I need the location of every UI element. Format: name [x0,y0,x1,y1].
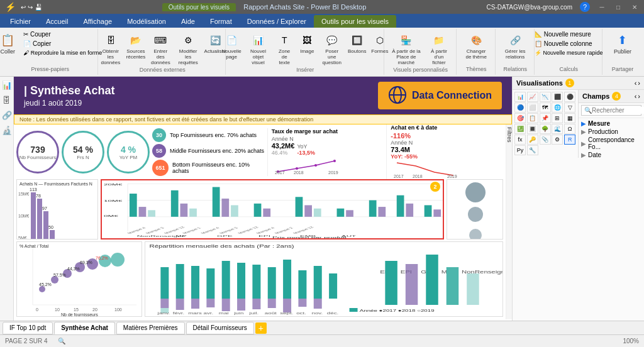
svg-point-5 [314,164,317,167]
viz-icon-kpi[interactable]: 💹 [514,124,526,134]
from-marketplace-button[interactable]: 🏪 À partir de laPlace de marché [389,30,424,67]
viz-icon-custom2[interactable]: ⚙ [552,135,563,145]
kpi-yoy-pm[interactable]: 4 % YoY PM [107,131,150,174]
report-body: 739 Nb Fournisseurs 54 % Frs N 4 % YoY P… [14,124,512,319]
champs-expand-icon[interactable]: ‹ [635,92,637,100]
new-page-button[interactable]: 📄 Nouvellepage [220,30,243,62]
buttons-button[interactable]: 🔲 Boutons [346,30,368,56]
svg-text:Nb de fournisseurs: Nb de fournisseurs [61,312,98,317]
viz-icon-ribbon[interactable]: ⬛ [552,92,563,102]
top-suppliers[interactable]: 30 Top Fournisseurs enc. 70% achats [152,128,265,142]
viz-icon-custom1[interactable]: 📎 [540,135,551,145]
tab-outils-visuels[interactable]: Outils pour les visuels [314,15,396,28]
cut-button[interactable]: ✂ Couper [21,30,104,38]
viz-icon-r[interactable]: R [564,135,575,145]
viz-icon-decomp[interactable]: Ω [564,124,575,134]
field-item-mesure[interactable]: ▶Mesure [579,119,644,128]
new-quick-measure-button[interactable]: ⚡ Nouvelle mesure rapide [533,49,605,57]
viz-expand-icon[interactable]: ‹ [635,79,637,87]
tab-synthese-achat[interactable]: Synthèse Achat [54,322,115,334]
sidebar-icon-analytics[interactable]: 🔬 [1,124,13,136]
viz-icon-key[interactable]: 🔑 [527,135,538,145]
svg-text:Marque 3: Marque 3 [145,227,166,234]
change-theme-button[interactable]: 🎨 Changerde thème [463,30,489,62]
viz-icon-multirow[interactable]: 📌 [540,113,551,123]
bar-chart-marque[interactable]: Achats N — Fournisseurs Facturés N 15M€ … [16,179,98,240]
manage-relations-button[interactable]: 🔗 Gérer lesrelations [502,30,528,62]
viz-icon-area[interactable]: 📉 [540,92,551,102]
viz-collapse-icon[interactable]: › [638,79,640,87]
viz-icon-filled-map[interactable]: 🌐 [552,102,563,113]
close-button[interactable]: ✕ [630,3,639,11]
tab-donnees[interactable]: Données / Explorer [240,15,314,28]
sidebar-icon-report[interactable]: 📊 [1,79,13,91]
viz-icon-card[interactable]: 📋 [527,113,538,123]
viz-icon-scatter[interactable]: ⚫ [564,92,575,102]
viz-icon-pie[interactable]: 🔵 [514,102,526,113]
viz-icon-power[interactable]: 🔧 [527,145,538,155]
svg-rect-126 [206,268,214,299]
bottom-suppliers[interactable]: 651 Bottom Fournisseurs enc. 10% achats [152,160,265,176]
champs-collapse-icon[interactable]: › [638,92,640,100]
tab-detail-fournisseurs[interactable]: Détail Fournisseurs [186,322,254,334]
middle-suppliers[interactable]: 58 Middle Fournisseurs enc. 20% achats [152,144,265,158]
sidebar-icon-model[interactable]: 🔗 [1,109,13,121]
viz-icon-map[interactable]: 🗺 [540,102,551,113]
svg-rect-54 [148,210,155,217]
viz-icon-bar[interactable]: 📊 [514,92,526,102]
tab-format[interactable]: Format [203,15,240,28]
ribbon: 📋 Coller ✂ Couper 📄 Copier 🖌 Reproduire … [0,28,644,77]
tab-matieres[interactable]: Matières Premières [116,322,185,334]
main-bar-chart[interactable]: 2 20M€ 10M€ 0M€ [101,179,444,240]
paste-button[interactable]: 📋 Coller [0,30,19,57]
maximize-button[interactable]: □ [614,3,623,11]
format-painter-button[interactable]: 🖌 Reproduire la mise en forme [21,49,104,57]
copy-button[interactable]: 📄 Copier [21,40,104,48]
recent-sources-button[interactable]: 📂 Sourcesrécentes [125,30,147,62]
sidebar-icon-data[interactable]: 🗄 [1,94,13,106]
new-measure-button[interactable]: 📐 Nouvelle mesure [533,30,605,38]
add-tab-button[interactable]: + [255,322,267,334]
tab-aide[interactable]: Aide [174,15,203,28]
tab-affichage[interactable]: Affichage [75,15,119,28]
publish-button[interactable]: ⬆ Publier [611,30,634,57]
viz-icon-funnel[interactable]: ▽ [564,102,575,113]
image-button[interactable]: 🖼 Image [297,30,318,56]
minimize-button[interactable]: ─ [597,3,606,11]
qa-button[interactable]: 💬 Poser unequestion [319,30,345,67]
field-item-correspondance[interactable]: ▶Correspondance Fo... [579,136,644,151]
svg-text:44,3%: 44,3% [67,267,80,271]
edit-queries-button[interactable]: ⚙ Modifier lesrequêtes [174,30,202,67]
champs-search-input[interactable] [592,107,644,114]
viz-icon-table[interactable]: ⊞ [552,113,563,123]
tab-accueil[interactable]: Accueil [38,15,75,28]
new-visual-button[interactable]: 📊 Nouvelobjet visuel [244,30,272,67]
tab-fichier[interactable]: Fichier [3,15,38,28]
field-item-production[interactable]: ▶Production [579,128,644,136]
textbox-button[interactable]: T Zone detexte [274,30,296,67]
kpi-nb-fournisseurs[interactable]: 739 Nb Fournisseurs [16,131,59,174]
viz-icon-slicer[interactable]: 🔳 [527,124,538,134]
viz-icon-qa-visual[interactable]: fx [514,135,526,145]
viz-icon-donut[interactable]: ⬜ [527,102,538,113]
viz-icon-treemap[interactable]: 🌳 [540,124,551,134]
scatter-chart[interactable]: % Achat / Total [16,241,142,317]
viz-icon-gauge[interactable]: 🎯 [514,113,526,123]
filters-icon[interactable]: Filtres [506,127,513,143]
monthly-bar-chart[interactable]: Répartition mensuelle des achats (Par : … [145,241,503,317]
new-column-button[interactable]: 📋 Nouvelle colonne [533,40,605,48]
from-file-button[interactable]: 📁 À partir d'unfichier [426,30,452,67]
viz-icon-matrix[interactable]: ▦ [564,113,575,123]
tab-if-top10[interactable]: IF Top 10 pdt [3,322,53,334]
help-icon[interactable]: ? [580,2,590,12]
enter-data-button[interactable]: ⌨ Entrer desdonnées [148,30,173,67]
kpi-frs-n[interactable]: 54 % Frs N [62,131,104,174]
field-item-date[interactable]: ▶Date [579,151,644,158]
viz-icon-line[interactable]: 📈 [527,92,538,102]
viz-icon-py[interactable]: Py [514,145,526,155]
svg-text:sept.: sept. [280,311,293,316]
get-data-button[interactable]: 🗄 Obtenir lesdonnées [97,30,124,67]
bubble-chart[interactable] [447,179,503,240]
tab-modelisation[interactable]: Modélisation [119,15,174,28]
viz-icon-waterfall[interactable]: 🌊 [552,124,563,134]
